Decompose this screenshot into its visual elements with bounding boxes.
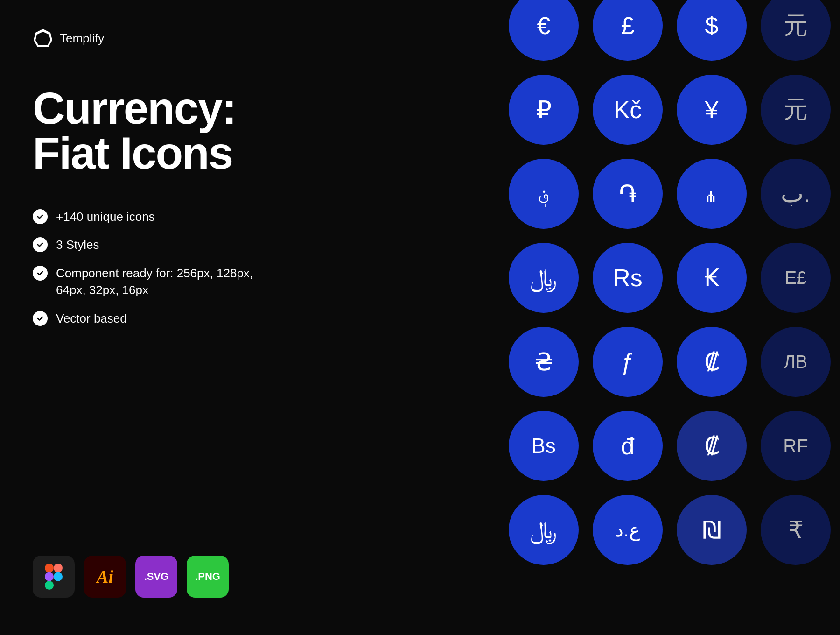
currency-icon-ils: ₪ [677,495,747,565]
currency-icon-amd: ֏ [593,159,663,229]
currency-icon-rub: ₽ [509,75,579,145]
currency-icon-crc2: ₡ [677,411,747,481]
hero-title: Currency: Fiat Icons [33,86,257,176]
currency-icon-uah: ₴ [509,327,579,397]
currency-icon-jpy: ¥ [677,75,747,145]
brand-logo-icon [33,28,53,49]
feature-item-3: Component ready for: 256px, 128px, 64px,… [33,265,257,299]
currency-icon-inr: ₹ [761,495,831,565]
check-icon-1 [33,209,48,224]
illustrator-app-icon: Ai [84,556,126,598]
logo-row: Templify [33,28,257,49]
svg-rect-3 [54,564,63,572]
feature-text-4: Vector based [56,310,127,327]
currency-icon-rwf: RF [761,411,831,481]
currency-icon-eur: € [509,0,579,61]
feature-text-1: +140 unique icons [56,208,155,225]
png-label: .PNG [195,571,220,583]
currency-icon-bhd: ب. [761,159,831,229]
left-panel: Templify Currency: Fiat Icons +140 uniqu… [0,0,289,635]
currency-icon-yuan1: 元 [761,0,831,61]
currency-icon-vnd: đ [593,411,663,481]
currency-icon-egp: E£ [761,243,831,313]
svg-label: .SVG [144,571,169,583]
currency-icon-iqd: ع.د [593,495,663,565]
features-list: +140 unique icons 3 Styles Component rea… [33,208,257,327]
currency-icon-lak: ₭ [677,243,747,313]
currency-icon-yuan2: 元 [761,75,831,145]
svg-rect-5 [54,572,63,581]
svg-app-icon: .SVG [135,556,177,598]
png-app-icon: .PNG [187,556,229,598]
currency-icon-sar: ﷼ [509,243,579,313]
ai-label: Ai [97,566,113,587]
currency-icon-azn: ₼ [677,159,747,229]
svg-rect-6 [45,581,54,590]
currency-icon-czk: Kč [593,75,663,145]
currency-icon-bgn: ЛВ [761,327,831,397]
feature-text-2: 3 Styles [56,236,99,253]
svg-rect-4 [45,572,54,581]
feature-item-1: +140 unique icons [33,208,257,225]
figma-app-icon [33,556,75,598]
currency-icon-yer: ﷼ [509,495,579,565]
app-icons-row: Ai .SVG .PNG [33,556,257,607]
currency-icon-gbp: £ [593,0,663,61]
currency-icon-grid: € £ $ 元 ₽ Kč ¥ 元 ؋ ֏ ₼ ب. ﷼ Rs ₭ E£ ₴ ƒ … [471,0,840,574]
feature-item-4: Vector based [33,310,257,327]
currency-icon-bob: Bs [509,411,579,481]
currency-icon-afn: ؋ [509,159,579,229]
currency-icon-usd: $ [677,0,747,61]
currency-icon-awg: ƒ [593,327,663,397]
check-icon-3 [33,266,48,281]
currency-icon-crc: ₡ [677,327,747,397]
check-icon-4 [33,311,48,326]
svg-rect-2 [45,564,54,572]
right-panel: € £ $ 元 ₽ Kč ¥ 元 ؋ ֏ ₼ ب. ﷼ Rs ₭ E£ ₴ ƒ … [289,0,840,635]
feature-text-3: Component ready for: 256px, 128px, 64px,… [56,265,257,299]
check-icon-2 [33,237,48,252]
currency-icon-pkr: Rs [593,243,663,313]
feature-item-2: 3 Styles [33,236,257,253]
brand-name: Templify [60,31,104,46]
